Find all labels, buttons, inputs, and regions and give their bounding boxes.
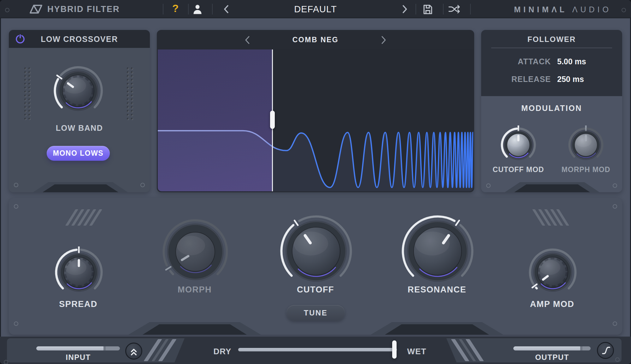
release-row[interactable]: RELEASE 250 ms <box>481 75 622 84</box>
modulation-section: MODULATION CUTOFF MOD MORPH MOD <box>481 96 622 192</box>
morph-mod-label: MORPH MOD <box>551 165 621 174</box>
morph-knob[interactable] <box>161 217 230 288</box>
dry-wet-handle[interactable] <box>392 340 397 359</box>
grip-texture-left <box>24 67 32 121</box>
divider <box>163 4 163 14</box>
follower-title: FOLLOWER <box>481 35 622 44</box>
divider <box>188 4 189 14</box>
randomize-icon[interactable] <box>448 4 461 15</box>
filter-response-curve <box>158 49 473 191</box>
cutoff-mod-label: CUTOFF MOD <box>484 165 553 174</box>
brand-secondary: ΛUDIO <box>572 5 611 14</box>
spread-knob[interactable] <box>53 246 105 299</box>
cutoff-mod-knob[interactable] <box>499 125 538 166</box>
help-icon[interactable]: ? <box>168 3 182 14</box>
release-value[interactable]: 250 ms <box>557 75 604 84</box>
expand-button[interactable] <box>125 343 142 360</box>
input-gain-slider[interactable] <box>36 346 120 350</box>
stripe-decoration-left <box>151 339 169 361</box>
tune-button[interactable]: TUNE <box>286 305 345 321</box>
morph-label: MORPH <box>144 285 245 295</box>
main-controls-panel: MORPH CUTOFF RESONANCE SPREAD AMP MOD TU… <box>9 198 622 335</box>
screw-top-left <box>5 8 9 12</box>
attack-value[interactable]: 5.00 ms <box>557 57 604 66</box>
screw <box>14 183 18 187</box>
filter-type-name[interactable]: COMB NEG <box>157 36 474 44</box>
grip-texture-right <box>127 67 135 121</box>
title-bar: HYBRID FILTER ? DEFAULT MINIMΛL ΛUDIO <box>0 0 631 18</box>
account-icon[interactable] <box>192 4 203 16</box>
screw <box>14 321 18 326</box>
frequency-response-graph[interactable] <box>158 49 473 191</box>
wet-label: WET <box>403 347 431 356</box>
output-gain-slider[interactable] <box>513 346 591 350</box>
follower-modulation-panel: FOLLOWER ATTACK 5.00 ms RELEASE 250 ms M… <box>481 30 622 192</box>
low-band-knob[interactable] <box>52 64 105 118</box>
divider <box>212 4 213 14</box>
attack-label: ATTACK <box>499 57 551 66</box>
screw <box>486 183 491 188</box>
release-label: RELEASE <box>499 75 551 84</box>
crossover-divider-handle[interactable] <box>270 111 275 129</box>
low-band-label: LOW BAND <box>9 124 150 133</box>
screw <box>14 204 18 209</box>
screw <box>613 321 617 326</box>
app-title: HYBRID FILTER <box>47 4 120 14</box>
panel-notch <box>385 324 489 335</box>
plugin-window: HYBRID FILTER ? DEFAULT MINIMΛL ΛUDIO <box>0 0 631 364</box>
io-bar: INPUT DRY WET OUTPUT <box>0 337 631 364</box>
panel-notch <box>143 324 247 335</box>
divider <box>416 4 416 14</box>
hybrid-filter-logo-icon <box>27 4 45 16</box>
resonance-label: RESONANCE <box>386 285 487 295</box>
brand-wordmark: MINIMΛL ΛUDIO <box>514 5 611 14</box>
attack-row[interactable]: ATTACK 5.00 ms <box>481 57 622 66</box>
screw-bottom-left <box>4 360 8 364</box>
spread-label: SPREAD <box>28 299 129 309</box>
modulation-title: MODULATION <box>481 104 622 113</box>
save-preset-icon[interactable] <box>422 4 433 16</box>
input-label: INPUT <box>47 353 110 362</box>
output-label: OUTPUT <box>521 353 584 362</box>
filter-type-next-icon[interactable] <box>381 36 386 46</box>
screw <box>613 204 617 209</box>
mono-lows-button[interactable]: MONO LOWS <box>47 146 110 161</box>
divider <box>470 4 471 14</box>
panel-notch <box>43 184 118 192</box>
low-crossover-header: LOW CROSSOVER <box>9 30 150 48</box>
morph-mod-knob[interactable] <box>566 125 605 166</box>
divider <box>491 48 612 48</box>
screw <box>140 183 145 187</box>
cutoff-knob[interactable] <box>278 213 354 290</box>
filter-display-panel: COMB NEG <box>157 30 474 192</box>
hash-decoration-right <box>537 209 564 226</box>
hash-decoration-left <box>70 209 97 226</box>
low-crossover-title: LOW CROSSOVER <box>9 35 150 44</box>
amp-mod-knob[interactable] <box>527 246 579 299</box>
dry-label: DRY <box>210 347 235 356</box>
screw-top-right <box>622 8 626 12</box>
screw-bottom-right <box>615 357 620 362</box>
preset-previous-icon[interactable] <box>223 4 230 15</box>
follower-section: FOLLOWER ATTACK 5.00 ms RELEASE 250 ms <box>481 30 622 96</box>
preset-name[interactable]: DEFAULT <box>268 4 363 14</box>
dry-wet-slider[interactable] <box>238 348 397 351</box>
amp-mod-label: AMP MOD <box>502 299 603 309</box>
screw <box>613 183 617 188</box>
stripe-decoration-right <box>458 339 477 361</box>
soft-clip-button[interactable] <box>597 342 614 359</box>
divider <box>443 4 444 14</box>
low-crossover-panel: LOW CROSSOVER LOW BAND MONO LOWS <box>9 30 150 192</box>
cutoff-label: CUTOFF <box>265 285 366 295</box>
panel-notch <box>514 184 590 192</box>
resonance-knob[interactable] <box>400 213 475 290</box>
preset-next-icon[interactable] <box>401 4 408 15</box>
brand-primary: MINIMΛL <box>514 5 567 14</box>
